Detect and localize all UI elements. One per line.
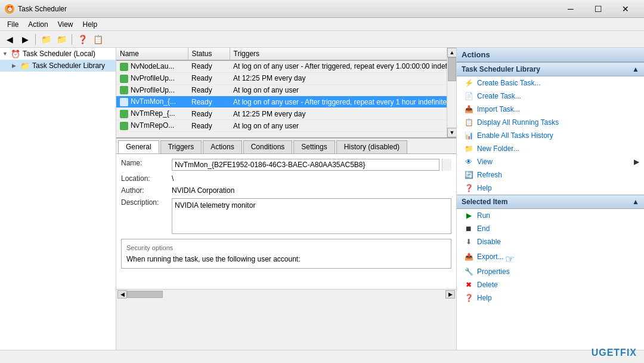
row-status: Ready: [188, 120, 230, 132]
enable-history-icon: 📊: [464, 131, 473, 140]
action-help-1-label: Help: [477, 184, 492, 192]
action-create-task[interactable]: 📄 Create Task...: [457, 90, 644, 103]
action-run[interactable]: ▶ Run: [457, 209, 644, 222]
action-help-2[interactable]: ❓ Help: [457, 291, 644, 304]
action-create-basic[interactable]: ⚡ Create Basic Task...: [457, 76, 644, 90]
row-trigger: At log on of any user: [230, 120, 447, 132]
back-button[interactable]: ◀: [2, 33, 17, 46]
window-title: Task Scheduler: [18, 5, 67, 13]
table-row[interactable]: NvProfileUp... Ready At 12:25 PM every d…: [116, 72, 447, 84]
scroll-down-btn[interactable]: ▼: [447, 128, 456, 137]
section-header-selected[interactable]: Selected Item ▲: [457, 195, 644, 209]
watermark-text1: U: [592, 347, 599, 358]
row-trigger: At 12:25 PM every day: [230, 108, 447, 120]
h-scroll-thumb[interactable]: [127, 291, 163, 298]
action-view[interactable]: 👁 View ▶: [457, 155, 644, 168]
task-table-scroll[interactable]: Name Status Triggers NvNodeLau... Ready …: [116, 48, 447, 137]
run-icon: ▶: [464, 211, 473, 220]
action-disable[interactable]: ⬇ Disable: [457, 235, 644, 248]
action-disable-label: Disable: [477, 238, 501, 246]
help-btn[interactable]: ❓: [75, 33, 89, 46]
detail-name-input[interactable]: [172, 159, 439, 171]
detail-description-text: NVIDIA telemetry monitor: [175, 201, 255, 210]
col-name[interactable]: Name: [116, 48, 188, 60]
action-new-folder[interactable]: 📁 New Folder...: [457, 142, 644, 155]
tab-history[interactable]: History (disabled): [336, 140, 407, 153]
action-properties[interactable]: 🔧 Properties: [457, 265, 644, 278]
col-triggers[interactable]: Triggers: [230, 48, 447, 60]
col-status[interactable]: Status: [188, 48, 230, 60]
table-row[interactable]: NvTmRep_{... Ready At 12:25 PM every day: [116, 108, 447, 120]
security-options: Security options When running the task, …: [121, 239, 451, 269]
table-row[interactable]: NvProfileUp... Ready At log on of any us…: [116, 84, 447, 96]
menu-file[interactable]: File: [2, 19, 23, 30]
section-title-library: Task Scheduler Library: [462, 65, 540, 73]
detail-description-box[interactable]: NVIDIA telemetry monitor: [172, 198, 451, 234]
tree-icon-root: ⏰: [11, 49, 20, 59]
right-panel: Actions Task Scheduler Library ▲ ⚡ Creat…: [456, 48, 644, 350]
maximize-button[interactable]: ☐: [584, 0, 612, 18]
table-scrollbar[interactable]: ▲ ▼: [447, 48, 456, 137]
action-enable-history-label: Enable All Tasks History: [477, 131, 553, 140]
minimize-button[interactable]: ─: [557, 0, 584, 18]
action-end[interactable]: ⏹ End: [457, 222, 644, 235]
status-bar: [0, 350, 644, 363]
action-import-task[interactable]: 📥 Import Task...: [457, 103, 644, 116]
folder-btn-1[interactable]: 📁: [39, 33, 53, 46]
detail-author-row: Author: NVIDIA Corporation: [121, 186, 451, 195]
table-row[interactable]: NvTmRepO... Ready At log on of any user: [116, 120, 447, 132]
action-enable-history[interactable]: 📊 Enable All Tasks History: [457, 129, 644, 142]
action-new-folder-label: New Folder...: [477, 144, 519, 153]
row-name: NvProfileUp...: [116, 72, 188, 84]
action-display-running-label: Display All Running Tasks: [477, 118, 559, 127]
section-header-library[interactable]: Task Scheduler Library ▲: [457, 62, 644, 76]
detail-scrollbar[interactable]: ◀ ▶: [116, 289, 456, 299]
table-row-selected[interactable]: NvTmMon_{... Ready At log on of any user…: [116, 96, 447, 108]
menu-view[interactable]: View: [53, 19, 78, 30]
menu-action[interactable]: Action: [23, 19, 52, 30]
row-trigger: At log on of any user - After triggered,…: [230, 96, 447, 108]
security-user-label: When running the task, use the following…: [126, 255, 446, 263]
action-delete-label: Delete: [477, 281, 498, 289]
tab-triggers[interactable]: Triggers: [160, 140, 202, 153]
folder-btn-2[interactable]: 📁: [54, 33, 69, 46]
task-table: Name Status Triggers NvNodeLau... Ready …: [116, 48, 447, 132]
title-bar: ⏰ Task Scheduler ─ ☐ ✕: [0, 0, 644, 18]
table-row[interactable]: NvNodeLau... Ready At log on of any user…: [116, 60, 447, 72]
action-create-basic-label: Create Basic Task...: [477, 79, 541, 87]
row-name: NvTmRep_{...: [116, 108, 188, 120]
scroll-up-btn[interactable]: ▲: [447, 48, 456, 57]
action-refresh[interactable]: 🔄 Refresh: [457, 168, 644, 182]
scroll-left-btn[interactable]: ◀: [117, 290, 127, 299]
row-status: Ready: [188, 84, 230, 96]
menu-help[interactable]: Help: [78, 19, 103, 30]
scroll-right-btn[interactable]: ▶: [445, 290, 455, 299]
delete-icon: ✖: [464, 280, 473, 290]
detail-author-label: Author:: [121, 186, 172, 195]
tree-item-library[interactable]: ▶ 📁 Task Scheduler Library: [0, 60, 116, 72]
tab-general[interactable]: General: [118, 140, 159, 153]
action-display-running[interactable]: 📋 Display All Running Tasks: [457, 116, 644, 129]
disable-icon: ⬇: [464, 237, 473, 247]
row-trigger: At log on of any user: [230, 84, 447, 96]
help-icon-1: ❓: [464, 183, 473, 193]
forward-button[interactable]: ▶: [18, 33, 32, 46]
tab-settings[interactable]: Settings: [293, 140, 335, 153]
row-status: Ready: [188, 60, 230, 72]
close-button[interactable]: ✕: [612, 0, 639, 18]
import-task-icon: 📥: [464, 104, 473, 114]
properties-btn[interactable]: 📋: [91, 33, 105, 46]
row-trigger: At log on of any user - After triggered,…: [230, 60, 447, 72]
tree-item-root[interactable]: ▼ ⏰ Task Scheduler (Local): [0, 48, 116, 60]
action-help-1[interactable]: ❓ Help: [457, 182, 644, 195]
action-export[interactable]: 📤 Export... ☞: [457, 248, 644, 265]
scroll-thumb[interactable]: [448, 57, 456, 81]
action-delete[interactable]: ✖ Delete: [457, 278, 644, 291]
tab-conditions[interactable]: Conditions: [243, 140, 293, 153]
display-running-icon: 📋: [464, 118, 473, 127]
tab-actions[interactable]: Actions: [203, 140, 242, 153]
tree-arrow-library: ▶: [12, 63, 19, 69]
detail-content: Name: Location: \ Author: NVIDIA Corpora…: [116, 154, 456, 289]
refresh-icon: 🔄: [464, 170, 473, 180]
detail-tabs: General Triggers Actions Conditions Sett…: [116, 139, 456, 154]
